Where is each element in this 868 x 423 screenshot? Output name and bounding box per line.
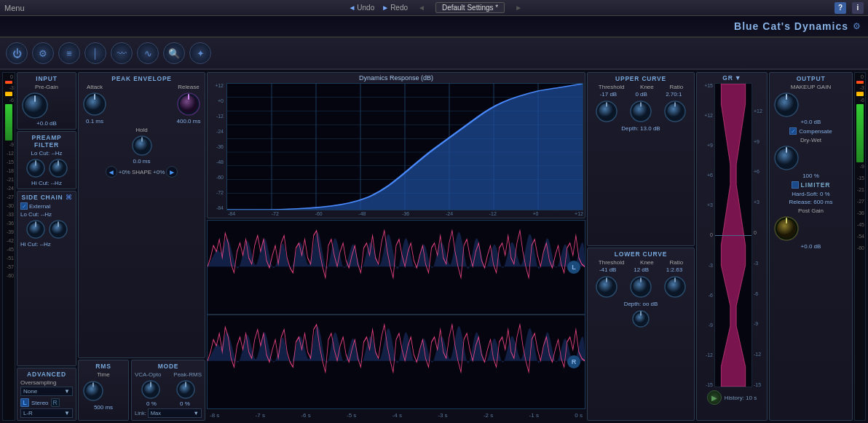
rms-time-knob[interactable]: [82, 379, 125, 403]
vca-value: 0 %: [146, 400, 157, 407]
makeup-gain-value: +0.0 dB: [773, 119, 849, 125]
preamp-panel: PREAMP FILTER Lo Cut: --Hz: [17, 131, 76, 189]
hold-wrap: Hold 0.0 ms: [120, 127, 164, 165]
lc-thresh-val: -41 dB: [599, 266, 617, 273]
lc-knee-knob[interactable]: [628, 274, 653, 299]
attack-knob[interactable]: [82, 91, 108, 117]
lc-ratio-label: Ratio: [669, 259, 683, 266]
menu-label[interactable]: Menu: [4, 4, 25, 12]
undo-button[interactable]: ◄ Undo: [348, 4, 374, 12]
shape-right-btn[interactable]: ►: [166, 166, 178, 178]
sc-lo-cut: Lo Cut: --Hz: [20, 211, 73, 218]
lo-cut-knob[interactable]: [25, 158, 46, 178]
external-checkbox[interactable]: [20, 202, 28, 210]
gr-zero-line: [715, 235, 751, 236]
limiter-checkbox[interactable]: [792, 181, 799, 189]
uc-threshold-knob[interactable]: [594, 99, 619, 124]
release-label: Release: [178, 84, 199, 90]
lc-threshold-knob[interactable]: [594, 274, 619, 299]
time-3s: -3 s: [438, 412, 447, 419]
time-2s: -2 s: [484, 412, 493, 419]
right-button[interactable]: R: [51, 398, 60, 407]
post-gain-knob[interactable]: [773, 215, 849, 242]
vu-label-60: -60: [4, 273, 14, 278]
vu-label-12: -12: [4, 151, 14, 156]
peak-value: 0 %: [180, 400, 190, 407]
gr-scale-n9: -9: [698, 323, 713, 328]
uc-knee-knob[interactable]: [628, 99, 653, 124]
attack-release-row: Attack 0.1 ms Release: [82, 84, 202, 124]
history-label: History: 10 s: [725, 395, 757, 401]
hold-value: 0.0 ms: [133, 158, 150, 165]
oversampling-dropdown[interactable]: None▼: [20, 387, 73, 396]
y-label-0: +0: [209, 98, 224, 103]
preset-selector[interactable]: Default Settings *: [435, 2, 505, 13]
zoom-icon[interactable]: 🔍: [163, 42, 185, 64]
dry-wet-knob[interactable]: [773, 144, 849, 172]
mode-options: VCA-Opto Peak-RMS: [135, 371, 202, 378]
sc-hi-cut-knob[interactable]: [48, 219, 68, 240]
input-title: INPUT: [20, 75, 73, 82]
spectrum-icon[interactable]: ∿: [137, 42, 159, 64]
history-button[interactable]: ▶: [707, 390, 722, 405]
redo-button[interactable]: ► Redo: [382, 4, 408, 12]
link-dropdown[interactable]: Max▼: [148, 408, 202, 418]
vu-label-15: -15: [4, 159, 14, 165]
release-knob[interactable]: [175, 91, 202, 117]
side-chain-header: SIDE CHAIN ⌘: [20, 194, 73, 201]
side-chain-title: SIDE CHAIN: [21, 194, 63, 201]
wave-icon[interactable]: 〰: [111, 42, 133, 64]
vu-label-45: -45: [4, 247, 14, 252]
star-icon[interactable]: ✦: [189, 42, 211, 64]
mode-peak: Peak-RMS: [173, 371, 202, 378]
lc-extra-knob[interactable]: [631, 309, 650, 328]
y-label-n12: -12: [209, 114, 224, 119]
vu-label-0: 0: [4, 74, 14, 79]
left-button[interactable]: L: [20, 398, 29, 407]
uc-ratio-knob[interactable]: [663, 99, 687, 124]
gr-dropdown-arrow[interactable]: ▼: [735, 74, 741, 82]
center-main-column: Dynamics Response (dB) +12 +0 -12 -24 -3…: [207, 72, 585, 421]
vu-label-39: -39: [4, 229, 14, 234]
hi-cut-knob[interactable]: [48, 158, 68, 178]
external-label: External: [29, 203, 50, 210]
vca-knob[interactable]: [141, 379, 161, 400]
makeup-gain-knob[interactable]: [773, 91, 849, 119]
uc-knee-label: Knee: [640, 84, 654, 90]
top-menu-bar: Menu ◄ Undo ► Redo ◄ Default Settings * …: [0, 0, 868, 16]
dynamics-content: +12 +0 -12 -24 -36 -48 -60 -72 -84: [209, 83, 583, 210]
uc-ratio-val: 2.70:1: [666, 91, 682, 98]
sc-lo-cut-knob[interactable]: [25, 219, 46, 240]
pregain-knob[interactable]: [20, 91, 73, 120]
lc-ratio-knob[interactable]: [663, 274, 687, 299]
peak-rms-knob[interactable]: [175, 379, 196, 400]
hard-soft-label: Hard-Soft: 0 %: [773, 191, 849, 197]
shape-row: ◄ +0% SHAPE +0% ►: [82, 166, 202, 178]
vu-label-3: -3: [4, 85, 14, 90]
toolbar: ⏻ ⚙ ≡ │ 〰 ∿ 🔍 ✦: [0, 38, 868, 70]
info-button[interactable]: i: [852, 2, 864, 14]
attack-label: Attack: [87, 84, 103, 90]
dry-wet-title: Dry-Wet: [773, 137, 849, 143]
power-icon[interactable]: ⏻: [6, 42, 28, 64]
gr-meter-column: GR ▼ +15 +12 +9 +6 +3 0 -3 -6 -9 -12 -15: [696, 72, 768, 421]
mode-dropdown[interactable]: L-R▼: [20, 408, 73, 418]
lo-cut-label: Lo Cut: --Hz: [20, 150, 73, 157]
dynamics-title: Dynamics Response (dB): [209, 74, 583, 82]
gr-bar-display: [714, 83, 752, 387]
output-panel: OUTPUT MAKEUP GAIN +0.0 dB Compensate Dr…: [769, 72, 853, 421]
attack-wrap: Attack 0.1 ms: [82, 84, 108, 124]
eq-icon[interactable]: ≡: [58, 42, 80, 64]
line-icon[interactable]: │: [84, 42, 106, 64]
compensate-checkbox[interactable]: [789, 127, 797, 135]
help-button[interactable]: ?: [835, 2, 846, 14]
hold-knob[interactable]: [130, 134, 154, 157]
release-value: 400.0 ms: [177, 118, 201, 124]
link-label: Link:: [135, 410, 146, 416]
settings-icon[interactable]: ⚙: [32, 42, 54, 64]
lower-curve-panel: LOWER CURVE Threshold Knee Ratio -41 dB …: [587, 248, 695, 422]
upper-curve-panel: UPPER CURVE Threshold Knee Ratio -17 dB …: [587, 72, 695, 246]
shape-left-btn[interactable]: ◄: [106, 166, 117, 178]
vu-label-42: -42: [4, 238, 14, 243]
limiter-title: LIMITER: [801, 181, 831, 189]
